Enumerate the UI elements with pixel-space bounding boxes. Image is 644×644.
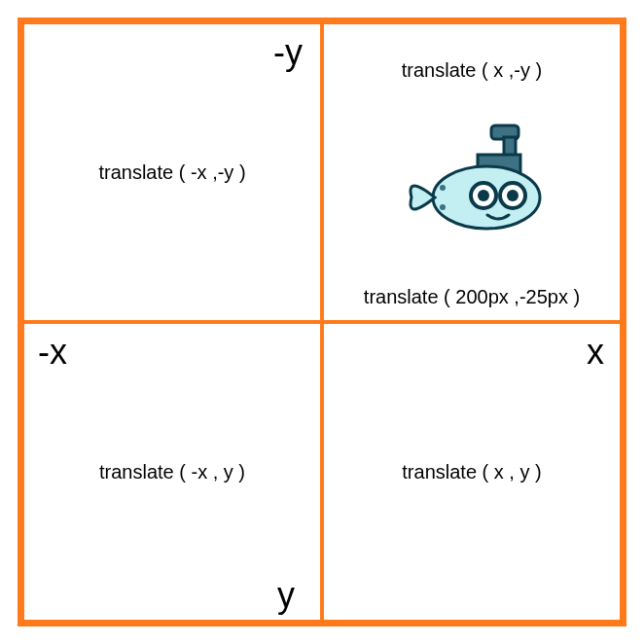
submarine-icon (394, 118, 550, 238)
axis-label-neg-y: -y (273, 32, 303, 73)
svg-point-5 (478, 190, 489, 201)
axis-label-neg-x: -x (38, 332, 67, 373)
quadrant-bottom-left: -x translate ( -x , y ) y (22, 322, 322, 622)
axis-label-pos-x: x (587, 332, 604, 373)
translate-func-q3: translate ( -x , y ) (99, 461, 245, 483)
translate-func-q4: translate ( x , y ) (402, 461, 541, 483)
quadrant-bottom-right: x translate ( x , y ) (322, 322, 622, 622)
svg-point-6 (507, 190, 519, 201)
translate-example-q1: translate ( 200px ,-25px ) (364, 286, 580, 308)
translate-func-q1: translate ( x ,-y ) (402, 59, 542, 82)
quadrant-grid: -y translate ( -x ,-y ) translate ( x ,-… (18, 18, 626, 626)
quadrant-top-right: translate ( x ,-y ) (322, 22, 622, 322)
svg-point-8 (440, 204, 446, 210)
axis-label-pos-y: y (277, 575, 295, 616)
svg-point-7 (440, 185, 446, 191)
translate-func-q2: translate ( -x ,-y ) (98, 161, 245, 184)
quadrant-top-left: -y translate ( -x ,-y ) (22, 22, 322, 322)
